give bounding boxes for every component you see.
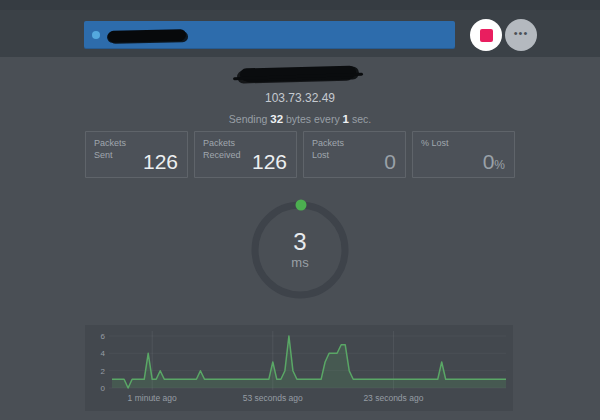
svg-text:0: 0 [101, 384, 106, 393]
svg-text:23 seconds ago: 23 seconds ago [363, 393, 423, 403]
stat-value: 0% [483, 151, 505, 172]
redacted-hostname [0, 65, 600, 89]
stats-row: PacketsSent 126 PacketsReceived 126 Pack… [85, 131, 515, 178]
more-options-button[interactable]: ••• [505, 19, 537, 51]
stat-label: PacketsSent [94, 138, 126, 161]
sending-prefix: Sending [229, 113, 268, 125]
stat-value: 0 [384, 151, 396, 172]
sending-mid: bytes every [286, 113, 340, 125]
latency-history-chart: 1 minute ago53 seconds ago23 seconds ago… [85, 325, 513, 411]
target-address-input[interactable] [84, 21, 455, 49]
svg-text:2: 2 [101, 367, 106, 376]
status-dot-icon [92, 31, 100, 39]
svg-text:6: 6 [101, 332, 106, 341]
stat-label: PacketsReceived [203, 138, 241, 161]
latency-value: 3 [240, 228, 360, 256]
stat-card-percent-lost: % Lost 0% [412, 131, 515, 178]
svg-text:4: 4 [101, 349, 106, 358]
stat-card-packets-lost: PacketsLost 0 [303, 131, 406, 178]
stat-label: % Lost [421, 138, 449, 150]
stop-button[interactable] [470, 19, 502, 51]
latency-chart-panel: 1 minute ago53 seconds ago23 seconds ago… [85, 325, 513, 411]
window-top-strip [0, 0, 600, 10]
stat-card-packets-sent: PacketsSent 126 [85, 131, 188, 178]
sending-summary: Sending 32 bytes every 1 sec. [0, 113, 600, 125]
svg-text:1 minute ago: 1 minute ago [128, 393, 177, 403]
interval-value: 1 [343, 113, 349, 125]
bytes-value: 32 [270, 113, 283, 125]
stop-icon [480, 29, 493, 42]
host-header: 103.73.32.49 Sending 32 bytes every 1 se… [0, 57, 600, 125]
gauge-marker-dot [296, 200, 307, 211]
latency-unit: ms [240, 255, 360, 270]
stat-card-packets-received: PacketsReceived 126 [194, 131, 297, 178]
stat-value: 126 [252, 151, 287, 172]
sending-suffix: sec. [352, 113, 371, 125]
ip-address: 103.73.32.49 [0, 91, 600, 105]
redacted-address-text [108, 29, 186, 42]
ellipsis-icon: ••• [514, 28, 529, 39]
stat-value: 126 [143, 151, 178, 172]
stat-label: PacketsLost [312, 138, 344, 161]
toolbar: ••• [0, 10, 600, 57]
svg-text:53 seconds ago: 53 seconds ago [243, 393, 303, 403]
latency-gauge: 3 ms [240, 192, 360, 312]
